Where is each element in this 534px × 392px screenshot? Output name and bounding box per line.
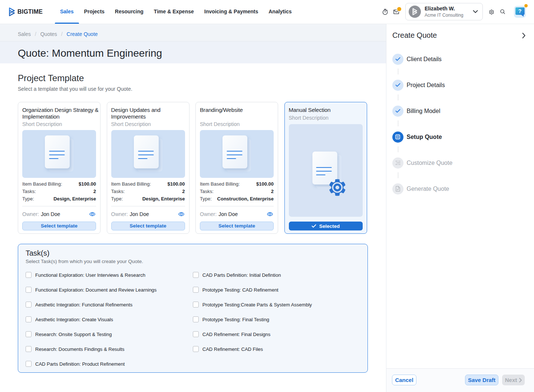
- svg-text:?: ?: [518, 8, 521, 14]
